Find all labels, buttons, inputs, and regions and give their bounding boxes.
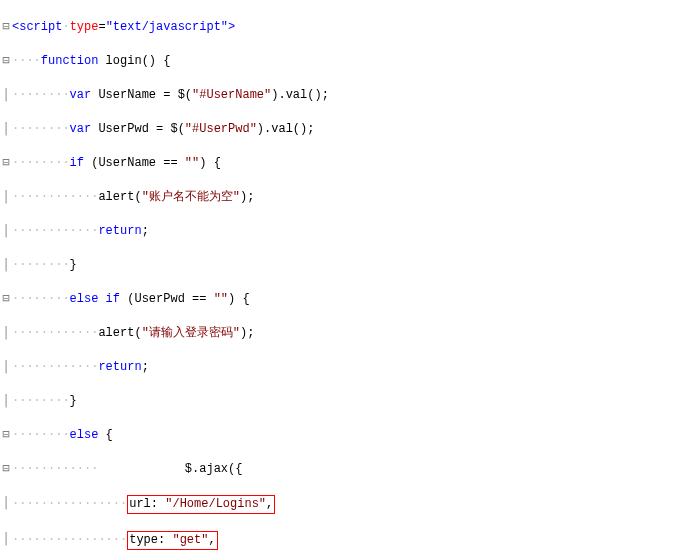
txt: (UserName == [84,156,185,170]
indent: ················ [12,533,127,547]
txt: ; [142,360,149,374]
str: "" [214,292,228,306]
txt: ) { [228,292,250,306]
fold-minus[interactable]: ⊟ [0,155,12,172]
fold-bar: │ [0,393,12,410]
indent: ················ [12,497,127,511]
str: "#UserPwd" [185,122,257,136]
indent: ········ [12,122,70,136]
fold-bar: │ [0,223,12,240]
txt: $.ajax({ [98,462,242,476]
attr-type: type [70,20,99,34]
fold-bar: │ [0,495,12,512]
txt: ) { [199,156,221,170]
fold-minus[interactable]: ⊟ [0,291,12,308]
kw-var: var [70,88,92,102]
indent: ········ [12,156,70,170]
comma: , [208,533,215,547]
kw-return: return [98,360,141,374]
txt: ); [240,326,254,340]
kw-elseif: else if [70,292,120,306]
fold-bar: │ [0,531,12,548]
fold-bar: │ [0,87,12,104]
indent: ········ [12,258,70,272]
indent: ············ [12,224,98,238]
indent: ············ [12,326,98,340]
highlight-url: url: "/Home/Logins", [127,495,275,514]
txt: UserPwd = $( [91,122,185,136]
indent: ········ [12,292,70,306]
fold-minus[interactable]: ⊟ [0,427,12,444]
kw-return: return [98,224,141,238]
indent: ···· [12,54,41,68]
kw-else: else [70,428,99,442]
txt: alert( [98,190,141,204]
txt: { [98,428,112,442]
txt: ; [142,224,149,238]
val: "get" [172,533,208,547]
fold-minus[interactable]: ⊟ [0,19,12,36]
key: type: [129,533,172,547]
str: "#UserName" [192,88,271,102]
fold-bar: │ [0,121,12,138]
kw-if: if [70,156,84,170]
txt: UserName = $( [91,88,192,102]
str: "账户名不能为空" [142,190,240,204]
str: "请输入登录密码" [142,326,240,340]
str: "" [185,156,199,170]
txt: ).val(); [257,122,315,136]
txt: alert( [98,326,141,340]
attr-val: "text/javascript" [106,20,228,34]
indent: ············ [12,190,98,204]
fold-bar: │ [0,359,12,376]
kw-function: function [41,54,99,68]
brace: } [70,394,77,408]
indent: ········ [12,88,70,102]
txt: ); [240,190,254,204]
indent: ········ [12,428,70,442]
tag-name: script [19,20,62,34]
fold-bar: │ [0,257,12,274]
ws: · [62,20,69,34]
key: url: [129,497,165,511]
fold-minus[interactable]: ⊟ [0,53,12,70]
indent: ············ [12,360,98,374]
kw-var: var [70,122,92,136]
txt: (UserPwd == [120,292,214,306]
fold-minus[interactable]: ⊟ [0,461,12,478]
code-editor: ⊟<script·type="text/javascript"> ⊟····fu… [0,0,679,556]
val: "/Home/Logins" [165,497,266,511]
fold-bar: │ [0,189,12,206]
indent: ········ [12,394,70,408]
brace: } [70,258,77,272]
comma: , [266,497,273,511]
tag-gt: > [228,20,235,34]
eq: = [98,20,105,34]
fn-sig: login() { [98,54,170,68]
txt: ).val(); [271,88,329,102]
fold-bar: │ [0,325,12,342]
highlight-type: type: "get", [127,531,217,550]
indent: ············ [12,462,98,476]
